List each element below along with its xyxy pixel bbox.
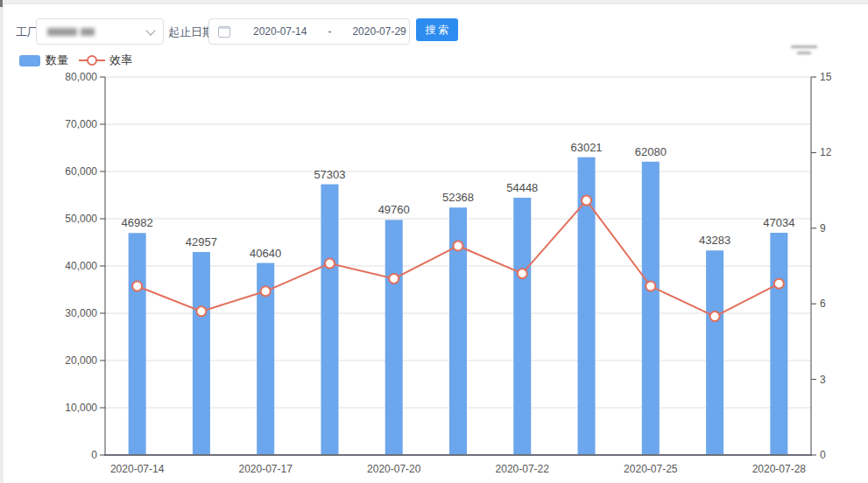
left-axis-label: 40,000 bbox=[65, 260, 97, 272]
left-axis-label: 20,000 bbox=[65, 354, 97, 367]
left-axis-label: 80,000 bbox=[65, 71, 97, 83]
right-axis-label: 12 bbox=[820, 146, 832, 158]
bar-[interactable] bbox=[193, 252, 210, 455]
right-axis-label: 15 bbox=[820, 71, 832, 83]
bar-[interactable] bbox=[321, 185, 338, 455]
line-marker[interactable] bbox=[646, 282, 655, 291]
x-axis-label: 2020-07-20 bbox=[367, 463, 421, 475]
left-axis-label: 0 bbox=[91, 449, 97, 461]
x-axis-label: 2020-07-22 bbox=[496, 463, 550, 475]
bar-2020-07-22[interactable] bbox=[513, 198, 531, 455]
bar-value-label: 52368 bbox=[442, 191, 474, 204]
line-marker[interactable] bbox=[582, 196, 591, 206]
bar-value-label: 42957 bbox=[186, 235, 217, 248]
line-marker[interactable] bbox=[774, 279, 784, 289]
bar-value-label: 54448 bbox=[506, 181, 538, 194]
right-axis-label: 9 bbox=[820, 222, 826, 234]
right-axis-label: 3 bbox=[820, 374, 826, 386]
line-marker[interactable] bbox=[325, 259, 335, 269]
bar-value-label: 40640 bbox=[250, 247, 281, 260]
line-marker[interactable] bbox=[518, 269, 527, 278]
bar-value-label: 43283 bbox=[699, 234, 730, 247]
line-marker[interactable] bbox=[261, 286, 271, 296]
line-marker[interactable] bbox=[454, 241, 463, 250]
combo-chart: 4698242957406405730349760523685444863021… bbox=[0, 0, 868, 483]
bar-value-label: 63021 bbox=[570, 141, 602, 154]
bar-value-label: 62080 bbox=[635, 145, 667, 158]
left-axis-label: 70,000 bbox=[65, 118, 97, 130]
bar-2020-07-20[interactable] bbox=[385, 220, 403, 455]
bar-value-label: 47034 bbox=[763, 216, 794, 229]
x-axis-label: 2020-07-28 bbox=[752, 463, 807, 475]
line-marker[interactable] bbox=[389, 274, 399, 284]
bar-value-label: 46982 bbox=[122, 216, 153, 229]
bar-value-label: 49760 bbox=[378, 203, 410, 216]
bar-value-label: 57303 bbox=[314, 168, 345, 181]
line-marker[interactable] bbox=[196, 306, 206, 316]
bar-2020-07-14[interactable] bbox=[129, 233, 146, 455]
left-axis-label: 10,000 bbox=[65, 402, 97, 414]
bar-2020-07-28[interactable] bbox=[770, 233, 787, 455]
line-marker[interactable] bbox=[132, 282, 142, 291]
left-axis-label: 60,000 bbox=[65, 165, 97, 178]
right-axis-label: 0 bbox=[820, 449, 826, 461]
left-axis-label: 50,000 bbox=[65, 213, 97, 225]
right-axis-label: 6 bbox=[820, 298, 826, 310]
left-axis-label: 30,000 bbox=[65, 307, 97, 319]
line-marker[interactable] bbox=[710, 312, 720, 321]
x-axis-label: 2020-07-25 bbox=[624, 463, 678, 475]
x-axis-label: 2020-07-17 bbox=[238, 463, 293, 475]
x-axis-label: 2020-07-14 bbox=[110, 463, 165, 475]
bar-2020-07-25[interactable] bbox=[642, 162, 660, 455]
bar-[interactable] bbox=[706, 250, 723, 455]
